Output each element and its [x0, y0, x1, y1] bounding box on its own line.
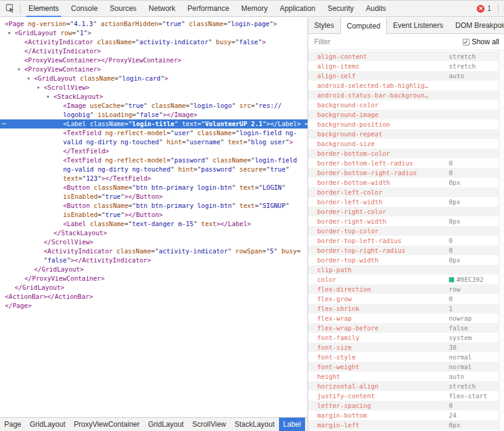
dom-node[interactable]: ▼<ProxyViewContainer>	[0, 65, 307, 74]
show-all-checkbox[interactable]: ✓	[463, 39, 469, 45]
computed-property-row[interactable]: align-contentstretch	[308, 52, 499, 61]
computed-property-row[interactable]: font-size30	[308, 342, 499, 352]
computed-property-row[interactable]: flex-grow0	[308, 294, 499, 304]
dom-node[interactable]: <ActivityIndicator className="activity-i…	[0, 38, 307, 47]
dom-node[interactable]: <TextField ng-reflect-model="user" class…	[0, 129, 307, 138]
computed-property-row[interactable]: border-right-color	[308, 207, 499, 216]
sidebar-tab-styles[interactable]: Styles	[308, 18, 340, 33]
dom-node[interactable]: <ProxyViewContainer></ProxyViewContainer…	[0, 56, 307, 65]
dom-node[interactable]: </ProxyViewContainer>	[0, 274, 307, 283]
computed-property-row[interactable]: border-bottom-color	[308, 149, 499, 158]
dom-node[interactable]: </Page>	[0, 301, 307, 310]
main-tab-console[interactable]: Console	[65, 1, 104, 17]
main-tab-application[interactable]: Application	[274, 1, 321, 17]
computed-property-row[interactable]: border-right-width0px	[308, 216, 499, 226]
dom-node[interactable]: ng-valid ng-dirty ng-touched" hint="pass…	[0, 165, 307, 174]
dom-node[interactable]: </ScrollView>	[0, 238, 307, 247]
dom-node[interactable]: </GridLayout>	[0, 283, 307, 292]
dom-node[interactable]: ▼<StackLayout>	[0, 92, 307, 101]
dom-node[interactable]: <Image useCache="true" className="login-…	[0, 101, 307, 110]
computed-property-row[interactable]: android-selected-tab-highlig…	[308, 81, 499, 90]
computed-property-row[interactable]: border-left-width0px	[308, 197, 499, 207]
computed-property-row[interactable]: align-itemsstretch	[308, 61, 499, 71]
computed-property-row[interactable]: border-top-right-radius0	[308, 246, 499, 255]
dom-node[interactable]: </StackLayout>	[0, 229, 307, 238]
main-tab-audits[interactable]: Audits	[360, 1, 392, 17]
computed-property-row[interactable]: background-size	[308, 139, 499, 149]
dom-node-selected[interactable]: …<Label className="login-title" text="Vo…	[0, 119, 307, 129]
dom-node[interactable]: ▼<GridLayout row="1">	[0, 28, 307, 38]
expander-arrow-icon[interactable]: ▼	[27, 75, 30, 83]
dom-node[interactable]: isEnabled="true"></Button>	[0, 210, 307, 219]
kebab-menu-icon[interactable]: ⋮	[500, 4, 504, 13]
computed-property-row[interactable]: background-color	[308, 100, 499, 110]
computed-property-row[interactable]: border-bottom-width0px	[308, 178, 499, 187]
inspect-element-button[interactable]	[2, 1, 18, 16]
dom-node[interactable]: <Label className="text-danger m-15" text…	[0, 219, 307, 229]
breadcrumb-item-gridlayout[interactable]: GridLayout	[25, 418, 70, 431]
dom-node[interactable]: "false"></ActivityIndicator>	[0, 256, 307, 265]
computed-property-row[interactable]: background-image	[308, 110, 499, 119]
breadcrumb-item-stacklayout[interactable]: StackLayout	[230, 418, 279, 431]
dom-node[interactable]: ▼<ScrollView>	[0, 83, 307, 92]
main-tab-sources[interactable]: Sources	[104, 1, 143, 17]
computed-property-row[interactable]: font-familysystem	[308, 333, 499, 342]
main-tab-performance[interactable]: Performance	[181, 1, 235, 17]
computed-property-row[interactable]: heightauto	[308, 372, 499, 381]
computed-property-row[interactable]: border-bottom-right-radius0	[308, 168, 499, 178]
computed-property-row[interactable]: justify-contentflex-start	[308, 391, 499, 401]
dom-node[interactable]: <Button className="btn btn-primary login…	[0, 183, 307, 192]
computed-property-row[interactable]: flex-wrapnowrap	[308, 313, 499, 323]
breadcrumb-item-page[interactable]: Page	[0, 418, 25, 431]
computed-property-row[interactable]: font-stylenormal	[308, 352, 499, 362]
dom-node[interactable]: <ActionBar></ActionBar>	[0, 292, 307, 301]
dom-node[interactable]: valid ng-dirty ng-touched" hint="usernam…	[0, 138, 307, 147]
filter-input[interactable]	[314, 38, 463, 46]
main-tab-memory[interactable]: Memory	[235, 1, 274, 17]
computed-property-row[interactable]: align-selfauto	[308, 71, 499, 81]
sidebar-tab-computed[interactable]: Computed	[340, 18, 387, 34]
color-swatch-icon[interactable]	[449, 277, 454, 282]
breadcrumb-item-scrollview[interactable]: ScrollView	[188, 418, 230, 431]
dom-node[interactable]: </TextField>	[0, 147, 307, 156]
computed-property-row[interactable]: letter-spacing0	[308, 401, 499, 410]
computed-property-row[interactable]: flex-wrap-beforefalse	[308, 323, 499, 333]
main-tab-security[interactable]: Security	[321, 1, 360, 17]
computed-property-row[interactable]: color#0EC392	[308, 275, 499, 284]
error-count[interactable]: 1	[487, 4, 491, 13]
dom-node[interactable]: logobig" isLoading="false"></Image>	[0, 110, 307, 119]
sidebar-tab-event-listeners[interactable]: Event Listeners	[387, 18, 449, 33]
computed-property-row[interactable]: border-left-color	[308, 187, 499, 197]
computed-property-row[interactable]: margin-left0px	[308, 420, 499, 430]
expander-arrow-icon[interactable]: ▼	[47, 93, 49, 101]
breadcrumb-item-proxyviewcontainer[interactable]: ProxyViewContainer	[70, 418, 144, 431]
dom-node[interactable]: </ActivityIndicator>	[0, 47, 307, 56]
computed-property-row[interactable]: font-weightnormal	[308, 362, 499, 372]
computed-property-row[interactable]: android-status-bar-backgroun…	[308, 90, 499, 100]
computed-property-row[interactable]: border-bottom-left-radius0	[308, 158, 499, 168]
computed-property-row[interactable]: border-top-width0px	[308, 255, 499, 265]
dom-node[interactable]: <TextField ng-reflect-model="password" c…	[0, 156, 307, 165]
dom-node[interactable]: isEnabled="true"></Button>	[0, 192, 307, 201]
breadcrumb-item-gridlayout[interactable]: GridLayout	[144, 418, 188, 431]
sidebar-tab-dom-breakpoints[interactable]: DOM Breakpoints	[449, 18, 504, 33]
show-all-toggle[interactable]: ✓ Show all	[463, 38, 499, 46]
node-menu-ellipsis-icon[interactable]: …	[2, 119, 7, 127]
computed-property-row[interactable]: border-top-color	[308, 226, 499, 236]
main-tab-network[interactable]: Network	[143, 1, 181, 17]
dom-node[interactable]: <ActivityIndicator className="activity-i…	[0, 247, 307, 256]
computed-property-row[interactable]: clip-path	[308, 265, 499, 275]
computed-property-row[interactable]: background-repeat	[308, 129, 499, 139]
computed-property-row[interactable]: border-top-left-radius0	[308, 236, 499, 246]
expander-arrow-icon[interactable]: ▼	[37, 84, 39, 92]
dom-node[interactable]: <Button className="btn btn-primary login…	[0, 201, 307, 210]
computed-property-row[interactable]: horizontal-alignstretch	[308, 381, 499, 391]
dom-node[interactable]: <Page ng-version="4.1.3" actionBarHidden…	[0, 19, 307, 28]
scrollbar-gutter[interactable]	[499, 50, 504, 431]
breadcrumb-item-label[interactable]: Label	[279, 418, 305, 431]
main-tab-elements[interactable]: Elements	[22, 1, 65, 17]
dom-node[interactable]: </GridLayout>	[0, 265, 307, 274]
expander-arrow-icon[interactable]: ▼	[18, 65, 20, 74]
dom-node[interactable]: text="123"></TextField>	[0, 174, 307, 183]
computed-property-row[interactable]: background-position	[308, 119, 499, 129]
